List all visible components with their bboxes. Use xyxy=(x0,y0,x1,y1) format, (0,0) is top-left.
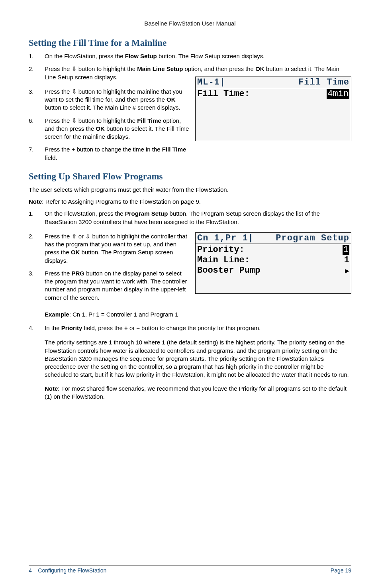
step-number: 7. xyxy=(29,146,45,162)
lcd-field-value: 4min xyxy=(327,89,349,99)
lcd-title-left: Cn 1,Pr 1| xyxy=(197,233,254,243)
lcd-field-label: Main Line: xyxy=(197,255,250,265)
page-header: Baseline FlowStation User Manual xyxy=(29,20,351,27)
lcd-field-label: Priority: xyxy=(197,245,245,255)
lcd-program-setup-screen: Cn 1,Pr 1| Program Setup Priority: 1 Mai… xyxy=(195,232,351,294)
step-item: 7. Press the + button to change the time… xyxy=(29,146,191,162)
section-title-shared-flow: Setting Up Shared Flow Programs xyxy=(29,171,351,182)
step-body: In the Priority field, press the + or – … xyxy=(45,324,351,332)
step-number: 1. xyxy=(29,210,45,226)
step-number: 6. xyxy=(29,117,45,141)
step-number: 4. xyxy=(29,324,45,332)
step-item: 3. Press the PRG button on the display p… xyxy=(29,269,191,302)
step-body: Press the ⇩ button to highlight the main… xyxy=(45,88,191,112)
step-number: 3. xyxy=(29,269,45,302)
step-item: 3. Press the ⇩ button to highlight the m… xyxy=(29,88,191,112)
note-paragraph: Note: For most shared flow scenarios, we… xyxy=(45,385,351,401)
footer-left: 4 – Configuring the FlowStation xyxy=(29,567,106,574)
lcd-title-left: ML-1| xyxy=(197,77,225,87)
step-body: Press the ⇧ or ⇩ button to highlight the… xyxy=(45,232,191,265)
step-body: Press the + button to change the time in… xyxy=(45,146,191,162)
lcd-title-right: Fill Time xyxy=(298,77,349,87)
step-number: 3. xyxy=(29,88,45,112)
step-number: 2. xyxy=(29,65,45,81)
lcd-field-value: 1 xyxy=(343,245,349,255)
step-item: 6. Press the ⇩ button to highlight the F… xyxy=(29,117,191,141)
lcd-field-label: Booster Pump xyxy=(197,265,260,275)
page-footer: 4 – Configuring the FlowStation Page 19 xyxy=(29,565,351,574)
note-paragraph: Note: Refer to Assigning Programs to the… xyxy=(29,198,351,206)
down-arrow-icon: ⇩ xyxy=(72,88,77,95)
step-item: 2. Press the ⇧ or ⇩ button to highlight … xyxy=(29,232,191,265)
down-arrow-icon: ⇩ xyxy=(72,117,77,124)
step-number: 1. xyxy=(29,52,45,60)
priority-paragraph: The priority settings are 1 through 10 w… xyxy=(45,338,351,379)
section-title-fill-time: Setting the Fill Time for a Mainline xyxy=(29,38,351,48)
right-triangle-icon: ▶ xyxy=(345,266,349,275)
lcd-field-value: 1 xyxy=(344,255,349,265)
step-item: 4. In the Priority field, press the + or… xyxy=(29,324,351,332)
example-line: Example: Cn 1, Pr 1 = Controller 1 and P… xyxy=(45,311,351,319)
up-arrow-icon: ⇧ xyxy=(72,233,77,240)
step-body: Press the PRG button on the display pane… xyxy=(45,269,191,302)
lcd-title-right: Program Setup xyxy=(276,233,349,243)
step-body: Press the ⇩ button to highlight the Fill… xyxy=(45,117,191,141)
lcd-fill-time-screen: ML-1| Fill Time Fill Time: 4min xyxy=(195,77,351,141)
down-arrow-icon: ⇩ xyxy=(72,65,77,72)
step-item: 1. On the FlowStation, press the Flow Se… xyxy=(29,52,351,60)
step-item: 1. On the FlowStation, press the Program… xyxy=(29,210,351,226)
step-body: On the FlowStation, press the Flow Setup… xyxy=(45,52,351,60)
intro-paragraph: The user selects which programs must get… xyxy=(29,186,351,194)
down-arrow-icon: ⇩ xyxy=(85,233,90,240)
step-body: On the FlowStation, press the Program Se… xyxy=(45,210,351,226)
lcd-field-label: Fill Time: xyxy=(197,89,250,99)
step-number: 2. xyxy=(29,232,45,265)
footer-right: Page 19 xyxy=(331,567,351,574)
